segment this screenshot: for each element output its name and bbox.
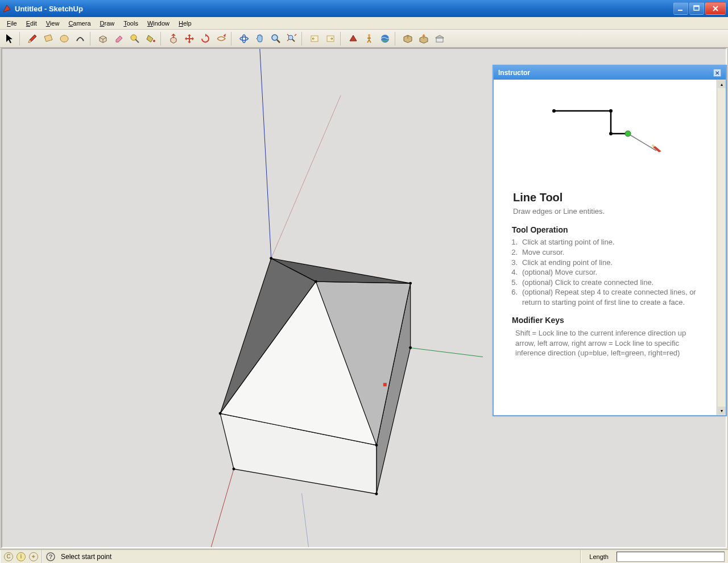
select-tool-icon[interactable] bbox=[2, 31, 17, 46]
svg-line-18 bbox=[211, 469, 234, 547]
status-hint-section: ? Select start point bbox=[42, 550, 581, 563]
scroll-down-icon[interactable]: ▾ bbox=[718, 407, 726, 415]
eraser-tool-icon[interactable] bbox=[111, 31, 126, 46]
length-label: Length bbox=[585, 553, 613, 560]
redo-view-icon[interactable] bbox=[323, 31, 338, 46]
svg-point-26 bbox=[270, 257, 272, 260]
svg-point-6 bbox=[240, 37, 248, 40]
svg-point-33 bbox=[233, 467, 235, 470]
svg-point-9 bbox=[288, 35, 293, 40]
window-maximize-button[interactable] bbox=[689, 2, 704, 15]
svg-point-8 bbox=[272, 35, 278, 40]
svg-point-27 bbox=[315, 280, 317, 283]
scroll-up-icon[interactable]: ▴ bbox=[718, 80, 726, 88]
instructor-animation bbox=[494, 80, 717, 188]
toolbar-separator bbox=[19, 32, 23, 45]
circle-tool-icon[interactable] bbox=[57, 31, 72, 46]
svg-rect-14 bbox=[436, 38, 443, 42]
svg-point-35 bbox=[552, 109, 556, 113]
instructor-titlebar[interactable]: Instructor ✕ bbox=[494, 66, 726, 80]
instructor-mod-heading: Modifier Keys bbox=[512, 315, 700, 326]
svg-point-38 bbox=[625, 131, 631, 136]
svg-point-30 bbox=[219, 412, 222, 415]
pencil-tool-icon[interactable] bbox=[25, 31, 40, 46]
push-pull-tool-icon[interactable] bbox=[166, 31, 181, 46]
make-component-icon[interactable] bbox=[96, 31, 110, 46]
geo-icon[interactable]: ⌖ bbox=[29, 552, 38, 561]
undo-view-icon[interactable] bbox=[307, 31, 322, 46]
google-earth-icon[interactable] bbox=[378, 31, 392, 46]
toolbar-separator bbox=[395, 32, 398, 45]
svg-rect-2 bbox=[694, 6, 699, 7]
menu-edit[interactable]: Edit bbox=[22, 19, 42, 28]
statusbar: C i ⌖ ? Select start point Length bbox=[0, 549, 728, 563]
toolbar-separator bbox=[231, 32, 234, 45]
arc-tool-icon[interactable] bbox=[73, 31, 88, 46]
info-icon[interactable]: i bbox=[16, 552, 26, 561]
svg-line-16 bbox=[271, 96, 341, 259]
instructor-panel: Instructor ✕ Line T bbox=[493, 65, 727, 416]
instructor-step: (optional) Move cursor. bbox=[506, 267, 700, 278]
toolbar-separator bbox=[160, 32, 164, 45]
svg-text:?: ? bbox=[49, 553, 53, 560]
move-tool-icon[interactable] bbox=[182, 31, 197, 46]
svg-rect-0 bbox=[678, 10, 682, 11]
svg-point-31 bbox=[375, 444, 378, 446]
toolbar-separator bbox=[90, 32, 93, 45]
menu-help[interactable]: Help bbox=[174, 19, 196, 28]
credits-icon[interactable]: C bbox=[4, 552, 13, 561]
menu-tools[interactable]: Tools bbox=[119, 19, 143, 28]
measurement-input[interactable] bbox=[617, 552, 725, 562]
instructor-step: (optional) Repeat step 4 to create conne… bbox=[506, 287, 700, 307]
instructor-heading: Line Tool bbox=[513, 190, 700, 205]
svg-point-12 bbox=[368, 34, 370, 36]
menu-draw[interactable]: Draw bbox=[96, 19, 119, 28]
tape-measure-tool-icon[interactable] bbox=[127, 31, 142, 46]
get-models-icon[interactable] bbox=[400, 31, 415, 46]
orbit-tool-icon[interactable] bbox=[237, 31, 251, 46]
menu-file[interactable]: File bbox=[2, 19, 22, 28]
rectangle-tool-icon[interactable] bbox=[41, 31, 56, 46]
menubar: File Edit View Camera Draw Tools Window … bbox=[0, 17, 728, 30]
svg-point-37 bbox=[609, 132, 613, 135]
walk-tool-icon[interactable] bbox=[362, 31, 377, 46]
svg-line-19 bbox=[302, 493, 309, 547]
svg-line-15 bbox=[260, 49, 271, 258]
shadows-icon[interactable] bbox=[346, 31, 361, 46]
instructor-step: Click at starting point of line. bbox=[506, 237, 700, 247]
pan-tool-icon[interactable] bbox=[253, 31, 267, 46]
instructor-op-heading: Tool Operation bbox=[512, 225, 700, 235]
instructor-steps: Click at starting point of line. Move cu… bbox=[506, 237, 700, 307]
instructor-close-icon[interactable]: ✕ bbox=[713, 69, 721, 77]
svg-point-3 bbox=[60, 35, 68, 42]
toolbar-separator bbox=[340, 32, 344, 45]
toolbar-separator bbox=[301, 32, 305, 45]
menu-window[interactable]: Window bbox=[143, 19, 174, 28]
share-model-icon[interactable] bbox=[416, 31, 431, 46]
svg-line-34 bbox=[628, 134, 656, 151]
window-title: Untitled - SketchUp bbox=[15, 5, 673, 13]
rotate-tool-icon[interactable] bbox=[198, 31, 213, 46]
paint-bucket-tool-icon[interactable] bbox=[143, 31, 158, 46]
instructor-subtitle: Draw edges or Line entities. bbox=[513, 206, 700, 217]
svg-line-17 bbox=[411, 348, 483, 357]
instructor-scrollbar[interactable]: ▴ ▾ bbox=[717, 80, 726, 415]
warehouse-icon[interactable] bbox=[432, 31, 447, 46]
status-geo-section: C i ⌖ bbox=[0, 550, 42, 563]
window-minimize-button[interactable] bbox=[673, 2, 688, 15]
menu-view[interactable]: View bbox=[42, 19, 64, 28]
zoom-extents-tool-icon[interactable] bbox=[284, 31, 299, 46]
help-icon[interactable]: ? bbox=[46, 552, 55, 561]
instructor-title: Instructor bbox=[498, 69, 530, 77]
svg-point-36 bbox=[609, 109, 613, 113]
scale-tool-icon[interactable] bbox=[214, 31, 229, 46]
zoom-tool-icon[interactable] bbox=[268, 31, 283, 46]
menu-camera[interactable]: Camera bbox=[64, 19, 95, 28]
window-close-button[interactable] bbox=[705, 2, 726, 15]
toolbar bbox=[0, 30, 728, 48]
instructor-step: Move cursor. bbox=[506, 247, 700, 258]
instructor-content: Line Tool Draw edges or Line entities. T… bbox=[494, 80, 717, 415]
status-measure-section: Length bbox=[581, 550, 728, 563]
instructor-mod-text: Shift = Lock line to the current inferen… bbox=[513, 328, 700, 358]
svg-point-7 bbox=[242, 35, 246, 43]
